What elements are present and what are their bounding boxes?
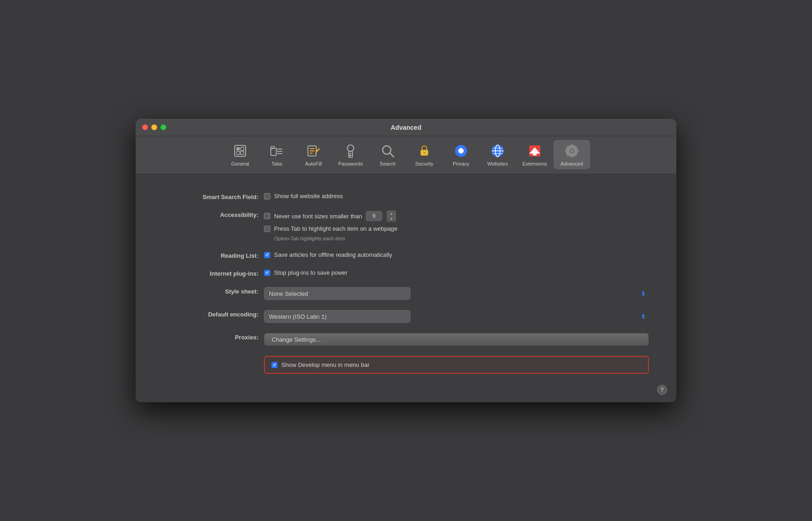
- websites-icon: [489, 143, 506, 159]
- font-size-checkbox[interactable]: [264, 213, 270, 219]
- minimize-button[interactable]: [151, 124, 157, 130]
- encoding-chevron-icon: ⬍: [641, 313, 646, 320]
- proxies-controls: Change Settings...: [264, 333, 649, 346]
- font-size-label: Never use font sizes smaller than: [274, 213, 362, 220]
- window-title: Advanced: [391, 124, 422, 131]
- default-encoding-row: Default encoding: Western (ISO Latin 1) …: [163, 310, 649, 323]
- proxies-row: Proxies: Change Settings...: [163, 333, 649, 346]
- reading-list-controls: Save articles for offline reading automa…: [264, 251, 649, 258]
- style-sheet-row: Style sheet: None Selected ⬍: [163, 287, 649, 300]
- svg-rect-0: [235, 145, 246, 156]
- extensions-icon: [527, 143, 543, 159]
- svg-rect-4: [241, 151, 244, 155]
- general-icon: [232, 143, 248, 159]
- search-icon: [379, 143, 396, 159]
- save-power-row: Stop plug-ins to save power: [264, 269, 649, 276]
- tab-general[interactable]: General: [222, 140, 258, 169]
- tab-websites[interactable]: Websites: [479, 140, 516, 169]
- font-size-increment[interactable]: ▲: [387, 211, 396, 216]
- save-power-checkbox[interactable]: [264, 270, 270, 276]
- svg-point-16: [347, 145, 354, 151]
- tab-general-label: General: [231, 161, 249, 166]
- svg-rect-35: [571, 144, 572, 146]
- svg-rect-6: [271, 146, 274, 149]
- security-icon: [416, 143, 433, 159]
- tab-search-label: Search: [380, 161, 396, 166]
- svg-rect-36: [571, 155, 572, 158]
- tab-security-label: Security: [415, 161, 433, 166]
- tab-tabs[interactable]: Tabs: [258, 140, 295, 169]
- reading-list-label: Reading List:: [163, 251, 264, 259]
- accessibility-controls: Never use font sizes smaller than ▲ ▼ Pr…: [264, 211, 649, 241]
- titlebar: Advanced: [136, 119, 676, 136]
- develop-menu-row: Show Develop menu in menu bar: [163, 356, 649, 374]
- maximize-button[interactable]: [160, 124, 166, 130]
- smart-search-label: Smart Search Field:: [163, 193, 264, 200]
- tab-autofill[interactable]: AutoFill: [295, 140, 332, 169]
- tab-websites-label: Websites: [487, 161, 508, 166]
- svg-rect-2: [241, 147, 244, 150]
- internet-plugins-label: Internet plug-ins:: [163, 269, 264, 277]
- tab-privacy[interactable]: Privacy: [443, 140, 479, 169]
- tab-advanced-label: Advanced: [560, 161, 583, 166]
- font-size-spinner: ▲ ▼: [387, 211, 396, 222]
- tab-security[interactable]: Security: [406, 140, 443, 169]
- toolbar: General Tabs: [136, 136, 676, 174]
- style-sheet-controls: None Selected ⬍: [264, 287, 649, 300]
- style-sheet-select[interactable]: None Selected: [264, 287, 411, 300]
- change-settings-button[interactable]: Change Settings...: [264, 333, 649, 346]
- show-full-address-row: Show full website address: [264, 193, 649, 200]
- tab-passwords[interactable]: Passwords: [332, 140, 369, 169]
- autofill-icon: [305, 143, 322, 159]
- develop-menu-controls: Show Develop menu in menu bar: [264, 356, 649, 374]
- style-sheet-label: Style sheet:: [163, 287, 264, 295]
- offline-reading-row: Save articles for offline reading automa…: [264, 251, 649, 258]
- svg-rect-5: [271, 148, 276, 155]
- show-full-address-label: Show full website address: [274, 193, 343, 200]
- default-encoding-select-wrapper: Western (ISO Latin 1) Unicode (UTF-8) ⬍: [264, 310, 649, 323]
- content-area: Smart Search Field: Show full website ad…: [136, 174, 676, 402]
- svg-rect-37: [565, 150, 567, 152]
- traffic-lights: [142, 124, 166, 130]
- passwords-icon: [342, 143, 359, 159]
- tab-highlight-row: Press Tab to highlight each item on a we…: [264, 225, 649, 232]
- develop-spacer: [163, 365, 264, 366]
- default-encoding-controls: Western (ISO Latin 1) Unicode (UTF-8) ⬍: [264, 310, 649, 323]
- svg-rect-3: [236, 151, 240, 155]
- style-sheet-select-wrapper: None Selected ⬍: [264, 287, 649, 300]
- tab-highlight-checkbox[interactable]: [264, 226, 270, 232]
- tab-tabs-label: Tabs: [272, 161, 282, 166]
- svg-rect-1: [236, 147, 240, 150]
- close-button[interactable]: [142, 124, 148, 130]
- offline-reading-checkbox[interactable]: [264, 252, 270, 258]
- tab-passwords-label: Passwords: [338, 161, 363, 166]
- default-encoding-label: Default encoding:: [163, 310, 264, 318]
- smart-search-controls: Show full website address: [264, 193, 649, 200]
- internet-plugins-controls: Stop plug-ins to save power: [264, 269, 649, 276]
- develop-menu-checkbox[interactable]: [271, 362, 278, 368]
- accessibility-row: Accessibility: Never use font sizes smal…: [163, 211, 649, 241]
- default-encoding-select[interactable]: Western (ISO Latin 1) Unicode (UTF-8): [264, 310, 411, 323]
- tab-extensions[interactable]: Extensions: [516, 140, 554, 169]
- develop-menu-label: Show Develop menu in menu bar: [281, 361, 369, 368]
- proxies-label: Proxies:: [163, 333, 264, 341]
- tab-highlight-label: Press Tab to highlight each item on a we…: [274, 225, 397, 232]
- tabs-icon: [269, 143, 285, 159]
- accessibility-label: Accessibility:: [163, 211, 264, 218]
- reading-list-row: Reading List: Save articles for offline …: [163, 251, 649, 259]
- svg-rect-32: [533, 151, 537, 155]
- chevron-updown-icon: ⬍: [641, 290, 646, 297]
- tab-search[interactable]: Search: [369, 140, 406, 169]
- tab-autofill-label: AutoFill: [305, 161, 322, 166]
- offline-reading-label: Save articles for offline reading automa…: [274, 251, 392, 258]
- show-full-address-checkbox[interactable]: [264, 193, 270, 200]
- font-size-decrement[interactable]: ▼: [387, 216, 396, 222]
- tab-advanced[interactable]: Advanced: [554, 140, 590, 169]
- font-size-row: Never use font sizes smaller than ▲ ▼: [264, 211, 649, 222]
- svg-line-21: [390, 153, 394, 157]
- develop-menu-section: Show Develop menu in menu bar: [264, 356, 649, 374]
- help-button[interactable]: ?: [657, 385, 667, 395]
- font-size-input[interactable]: [366, 211, 382, 221]
- tab-highlight-hint: Option-Tab highlights each item.: [274, 236, 649, 241]
- save-power-label: Stop plug-ins to save power: [274, 269, 347, 276]
